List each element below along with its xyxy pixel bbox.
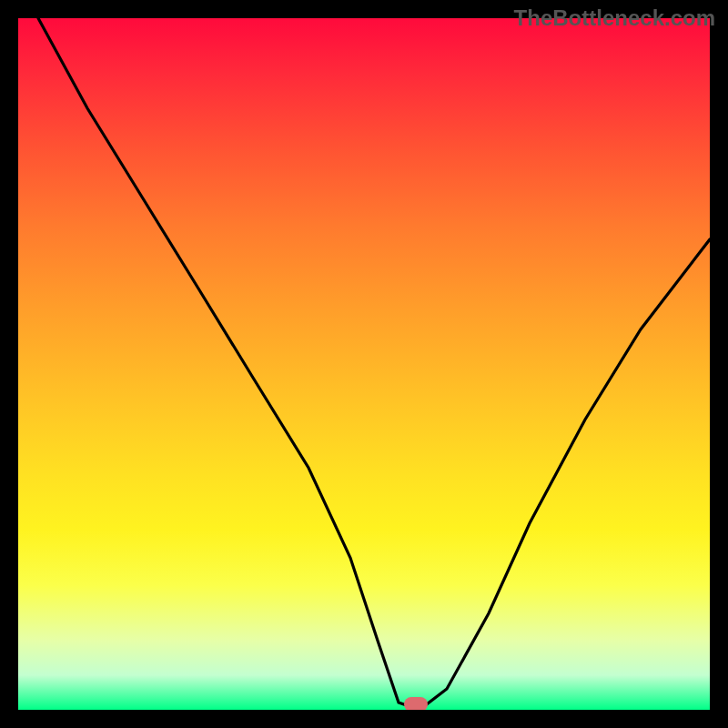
- optimal-marker: [404, 697, 428, 710]
- bottleneck-curve-path: [38, 18, 710, 710]
- curve-svg: [18, 18, 710, 710]
- watermark-text: TheBottleneck.com: [514, 5, 715, 31]
- plot-area: [18, 18, 710, 710]
